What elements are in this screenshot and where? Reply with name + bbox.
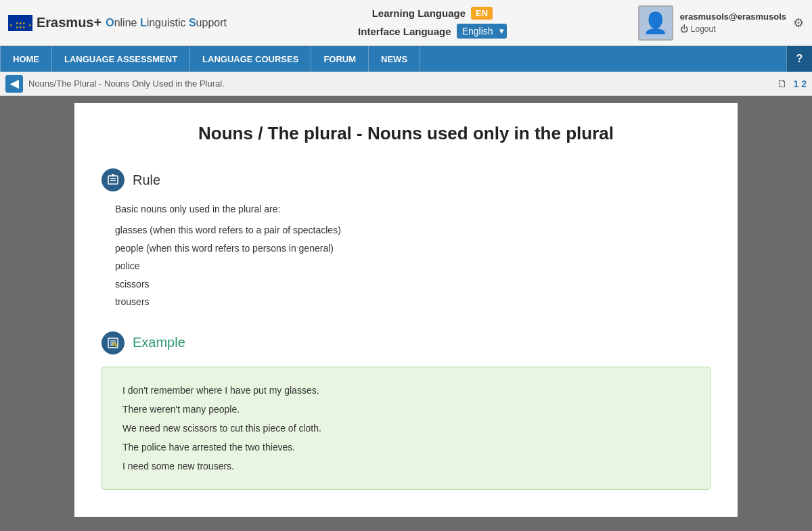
- rule-item-3: scissors: [115, 275, 710, 294]
- example-sentence-3: The police have arrested the two thieves…: [122, 438, 690, 457]
- rule-section-title: Rule: [133, 172, 160, 188]
- user-area: 👤 erasmusols@erasmusols ⏻ Logout ⚙: [638, 5, 804, 41]
- page-2[interactable]: 2: [801, 78, 807, 89]
- logout-label: Logout: [691, 24, 716, 34]
- example-box: I don't remember where I have put my gla…: [102, 367, 710, 490]
- help-button[interactable]: ?: [786, 46, 812, 72]
- header: ★ ★ ★ ★ ★ ★ ★ ★ Erasmus+ Online Linguist…: [0, 0, 812, 46]
- username: erasmusols@erasmusols: [680, 11, 786, 22]
- page-1[interactable]: 1: [793, 78, 798, 89]
- rule-item-1: people (when this word refers to persons…: [115, 239, 710, 258]
- learning-language-label: Learning Language: [372, 7, 466, 19]
- interface-language-select[interactable]: English: [457, 24, 507, 39]
- pagination: 1 2: [793, 78, 807, 89]
- nav-language-assessment[interactable]: LANGUAGE ASSESSMENT: [52, 46, 190, 72]
- back-button[interactable]: ◀: [5, 75, 23, 93]
- interface-language-label: Interface Language: [358, 26, 451, 37]
- power-icon: ⏻: [680, 24, 688, 34]
- page-title: Nouns / The plural - Nouns used only in …: [102, 123, 710, 144]
- rule-content: Basic nouns only used in the plural are:…: [102, 204, 710, 311]
- nav-bar: HOME LANGUAGE ASSESSMENT LANGUAGE COURSE…: [0, 46, 812, 72]
- example-section-title: Example: [133, 335, 185, 350]
- main-wrapper: Nouns / The plural - Nouns used only in …: [0, 96, 812, 524]
- eu-flag: ★ ★ ★ ★ ★ ★ ★ ★: [8, 15, 32, 31]
- learning-language-row: Learning Language EN: [372, 7, 493, 20]
- rule-intro: Basic nouns only used in the plural are:: [115, 204, 710, 214]
- rule-item-0: glasses (when this word refers to a pair…: [115, 221, 710, 239]
- svg-rect-5: [108, 176, 118, 184]
- rule-section-header: Rule: [102, 168, 710, 191]
- settings-icon[interactable]: ⚙: [793, 16, 804, 30]
- learning-language-badge: EN: [471, 7, 493, 20]
- rule-icon: [102, 168, 125, 191]
- brand: ★ ★ ★ ★ ★ ★ ★ ★ Erasmus+ Online Linguist…: [8, 15, 227, 31]
- nav-language-courses[interactable]: LANGUAGE COURSES: [190, 46, 311, 72]
- svg-text:★ ★ ★: ★ ★ ★: [16, 25, 26, 29]
- rule-item-4: trousers: [115, 293, 710, 311]
- svg-point-8: [112, 174, 114, 177]
- example-section-header: Example: [102, 331, 710, 354]
- rule-item-2: police: [115, 257, 710, 275]
- rule-items: glasses (when this word refers to a pair…: [115, 221, 710, 311]
- ols-label: Online Linguistic Support: [106, 17, 227, 29]
- example-sentence-0: I don't remember where I have put my gla…: [122, 381, 690, 400]
- example-sentence-2: We need new scissors to cut this piece o…: [122, 419, 690, 438]
- interface-language-row: Interface Language English: [358, 24, 507, 39]
- user-info: erasmusols@erasmusols ⏻ Logout: [680, 11, 786, 34]
- erasmus-label: Erasmus+: [37, 15, 102, 30]
- content-area: Nouns / The plural - Nouns used only in …: [74, 103, 738, 517]
- breadcrumb-icons: 🗋 1 2: [777, 78, 807, 90]
- logout-button[interactable]: ⏻ Logout: [680, 24, 786, 34]
- nav-home[interactable]: HOME: [0, 46, 52, 72]
- nav-news[interactable]: NEWS: [369, 46, 420, 72]
- language-info: Learning Language EN Interface Language …: [358, 7, 507, 39]
- breadcrumb-bar: ◀ Nouns/The Plural - Nouns Only Used in …: [0, 72, 812, 96]
- avatar: 👤: [638, 5, 673, 41]
- document-icon[interactable]: 🗋: [777, 78, 788, 90]
- interface-language-select-wrapper[interactable]: English: [457, 24, 507, 39]
- user-avatar-icon: 👤: [643, 11, 668, 34]
- breadcrumb-text: Nouns/The Plural - Nouns Only Used in th…: [28, 78, 771, 89]
- example-icon: [102, 331, 125, 354]
- example-sentence-1: There weren't many people.: [122, 400, 690, 419]
- example-sentence-4: I need some new trousers.: [122, 457, 690, 476]
- nav-forum[interactable]: FORUM: [311, 46, 369, 72]
